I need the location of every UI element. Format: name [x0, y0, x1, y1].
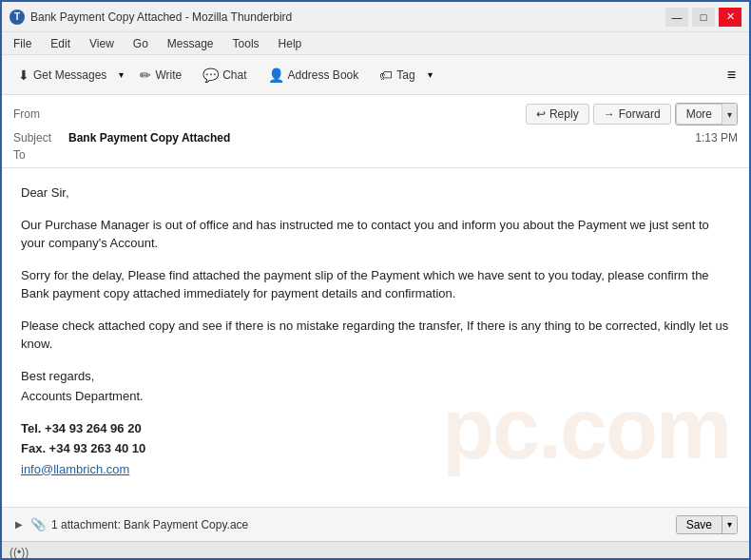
email-fax: Fax. +34 93 263 40 10: [21, 439, 730, 458]
chat-button[interactable]: 💬 Chat: [194, 61, 255, 89]
title-bar: T Bank Payment Copy Attached - Mozilla T…: [2, 2, 749, 32]
forward-icon: →: [604, 107, 615, 121]
more-button[interactable]: More: [676, 104, 722, 125]
forward-button[interactable]: → Forward: [593, 104, 671, 125]
menu-bar: File Edit View Go Message Tools Help: [2, 32, 749, 55]
attachment-expand-button[interactable]: ▶: [13, 517, 25, 531]
menu-help[interactable]: Help: [275, 35, 306, 52]
email-tel: Tel. +34 93 264 96 20: [21, 419, 730, 438]
close-button[interactable]: ✕: [719, 8, 741, 27]
email-paragraph-3: Please check attached copy and see if th…: [21, 317, 730, 354]
get-messages-group: ⬇ Get Messages ▾: [10, 61, 127, 89]
to-label: To: [13, 148, 61, 162]
maximize-button[interactable]: □: [692, 8, 715, 27]
main-container: From ↩ Reply → Forward More ▾: [2, 95, 749, 560]
email-header-top: From ↩ Reply → Forward More ▾: [13, 99, 738, 129]
reply-button[interactable]: ↩ Reply: [526, 104, 589, 125]
email-greeting: Dear Sir,: [21, 183, 730, 203]
attachment-clip-icon: 📎: [30, 517, 46, 531]
email-body: pc.com Dear Sir, Our Purchase Manager is…: [2, 168, 749, 507]
email-paragraph-2: Sorry for the delay, Please find attache…: [21, 266, 730, 303]
save-button-group: Save ▾: [676, 515, 738, 534]
write-icon: ✏: [140, 68, 151, 83]
menu-tools[interactable]: Tools: [229, 35, 263, 52]
menu-message[interactable]: Message: [164, 35, 218, 52]
email-actions: ↩ Reply → Forward More ▾: [526, 103, 738, 126]
subject-value: Bank Payment Copy Attached: [68, 131, 230, 145]
email-link-paragraph: info@llambrich.com: [21, 460, 730, 479]
app-icon: T: [10, 10, 25, 25]
more-group: More ▾: [675, 103, 738, 126]
hamburger-menu-button[interactable]: ≡: [722, 63, 741, 87]
get-messages-dropdown[interactable]: ▾: [115, 61, 127, 89]
window-title: Bank Payment Copy Attached - Mozilla Thu…: [30, 10, 292, 24]
tag-dropdown[interactable]: ▾: [424, 61, 436, 89]
toolbar-right: ≡: [722, 63, 741, 87]
subject-row: Subject Bank Payment Copy Attached 1:13 …: [13, 129, 738, 146]
from-label: From: [13, 107, 61, 121]
email-link[interactable]: info@llambrich.com: [21, 462, 129, 476]
menu-edit[interactable]: Edit: [47, 35, 74, 52]
address-book-button[interactable]: 👤 Address Book: [260, 61, 368, 89]
minimize-button[interactable]: —: [665, 8, 688, 27]
get-messages-button[interactable]: ⬇ Get Messages: [10, 61, 115, 89]
write-button[interactable]: ✏ Write: [131, 61, 190, 89]
connection-status-icon: ((•)): [10, 546, 29, 559]
email-closing-2: Accounts Department.: [21, 387, 730, 406]
fax-text: Fax. +34 93 263 40 10: [21, 441, 145, 455]
attachment-bar: ▶ 📎 1 attachment: Bank Payment Copy.ace …: [2, 507, 749, 541]
tag-button[interactable]: 🏷 Tag: [371, 61, 423, 89]
tag-group: 🏷 Tag ▾: [371, 61, 435, 89]
menu-file[interactable]: File: [10, 35, 35, 52]
email-content: From ↩ Reply → Forward More ▾: [2, 95, 749, 541]
tel-text: Tel. +34 93 264 96 20: [21, 421, 142, 435]
email-header: From ↩ Reply → Forward More ▾: [2, 95, 749, 168]
save-dropdown-button[interactable]: ▾: [722, 516, 737, 533]
status-bar: ((•)): [2, 541, 749, 560]
window-controls: — □ ✕: [665, 8, 741, 27]
email-timestamp: 1:13 PM: [695, 131, 738, 145]
toolbar: ⬇ Get Messages ▾ ✏ Write 💬 Chat 👤 Addres…: [2, 55, 749, 95]
email-paragraph-1: Our Purchase Manager is out of office an…: [21, 216, 730, 253]
get-messages-icon: ⬇: [18, 68, 29, 83]
address-book-icon: 👤: [268, 68, 284, 83]
attachment-text: 1 attachment: Bank Payment Copy.ace: [51, 518, 670, 531]
save-button[interactable]: Save: [677, 516, 722, 533]
menu-view[interactable]: View: [86, 35, 118, 52]
more-dropdown-button[interactable]: ▾: [722, 104, 737, 125]
chat-icon: 💬: [202, 68, 219, 83]
reply-icon: ↩: [536, 107, 546, 121]
to-row: To: [13, 146, 738, 164]
subject-label: Subject: [13, 131, 61, 145]
tag-icon: 🏷: [379, 68, 393, 83]
email-closing-1: Best regards,: [21, 367, 730, 386]
menu-go[interactable]: Go: [129, 35, 152, 52]
